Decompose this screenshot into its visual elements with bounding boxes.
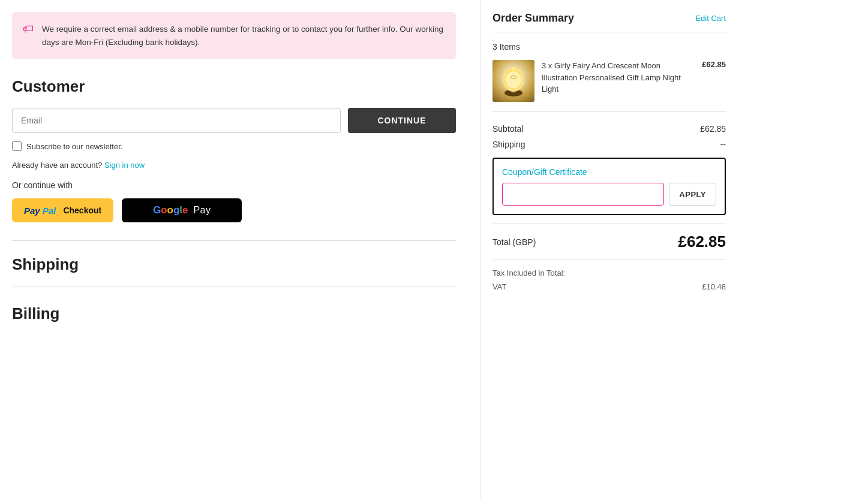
svg-point-3: [506, 71, 521, 88]
customer-section: Customer CONTINUE Subscribe to our newsl…: [12, 77, 456, 222]
total-value: £62.85: [678, 233, 726, 251]
paypal-checkout-text: Checkout: [63, 206, 101, 215]
shipping-title: Shipping: [12, 255, 456, 274]
apply-button[interactable]: APPLY: [669, 183, 716, 206]
tag-icon: 🏷: [23, 23, 34, 35]
product-name: 3 x Girly Fairy And Crescent Moon Illust…: [542, 60, 695, 95]
order-summary-title: Order Summary: [492, 12, 574, 25]
coupon-label: Coupon/Gift Certificate: [502, 167, 716, 177]
vat-label: VAT: [492, 282, 506, 291]
order-summary-panel: Order Summary Edit Cart 3 Items: [480, 0, 738, 498]
continue-button[interactable]: CONTINUE: [348, 108, 456, 133]
email-row: CONTINUE: [12, 108, 456, 133]
gpay-text: Pay: [190, 205, 211, 216]
product-price-container: £62.85: [702, 60, 726, 102]
subtotal-value: £62.85: [700, 124, 726, 134]
subtotal-row: Subtotal £62.85: [492, 124, 726, 134]
shipping-divider: [12, 240, 456, 241]
order-summary-header: Order Summary Edit Cart: [492, 12, 726, 32]
or-continue-text: Or continue with: [12, 180, 456, 190]
billing-title: Billing: [12, 304, 456, 323]
notice-text: We require a correct email address & a m…: [42, 23, 444, 49]
paypal-button[interactable]: PayPal Checkout: [12, 198, 113, 222]
total-label: Total (GBP): [492, 237, 536, 247]
paypal-text-pay: Pay: [24, 206, 40, 216]
newsletter-label: Subscribe to our newsletter.: [26, 142, 122, 151]
newsletter-row: Subscribe to our newsletter.: [12, 141, 456, 151]
tax-section: Tax Included in Total: VAT £10.48: [492, 268, 726, 291]
product-info: 3 x Girly Fairy And Crescent Moon Illust…: [542, 60, 695, 102]
vat-row: VAT £10.48: [492, 282, 726, 291]
shipping-value: --: [720, 140, 726, 149]
product-image-inner: [492, 60, 534, 102]
coupon-row: APPLY: [502, 183, 716, 206]
customer-title: Customer: [12, 77, 456, 96]
billing-divider: [12, 286, 456, 286]
paypal-text-pal: Pal: [43, 206, 56, 216]
edit-cart-link[interactable]: Edit Cart: [695, 14, 726, 23]
tax-title: Tax Included in Total:: [492, 268, 726, 277]
product-row: 3 x Girly Fairy And Crescent Moon Illust…: [492, 60, 726, 112]
newsletter-checkbox[interactable]: [12, 141, 22, 151]
items-count: 3 Items: [492, 42, 726, 52]
notice-banner: 🏷 We require a correct email address & a…: [12, 12, 456, 59]
total-row: Total (GBP) £62.85: [492, 224, 726, 260]
shipping-row: Shipping --: [492, 140, 726, 149]
lamp-svg: [498, 63, 528, 99]
coupon-input[interactable]: [502, 183, 664, 206]
account-text: Already have an account?: [12, 161, 102, 170]
sign-in-link[interactable]: Sign in now: [104, 161, 145, 170]
payment-buttons: PayPal Checkout Google Pay: [12, 198, 456, 222]
vat-value: £10.48: [702, 282, 726, 291]
billing-section: Billing: [12, 304, 456, 323]
product-image: [492, 60, 534, 102]
svg-point-4: [512, 67, 515, 71]
product-price: £62.85: [702, 60, 726, 69]
gpay-button[interactable]: Google Pay: [122, 198, 242, 222]
subtotal-label: Subtotal: [492, 124, 523, 134]
account-row: Already have an account? Sign in now: [12, 161, 456, 170]
shipping-label: Shipping: [492, 140, 525, 149]
email-input[interactable]: [12, 108, 341, 133]
coupon-section: Coupon/Gift Certificate APPLY: [492, 158, 726, 215]
shipping-section: Shipping: [12, 255, 456, 274]
gpay-g-icon: Google: [153, 204, 188, 216]
